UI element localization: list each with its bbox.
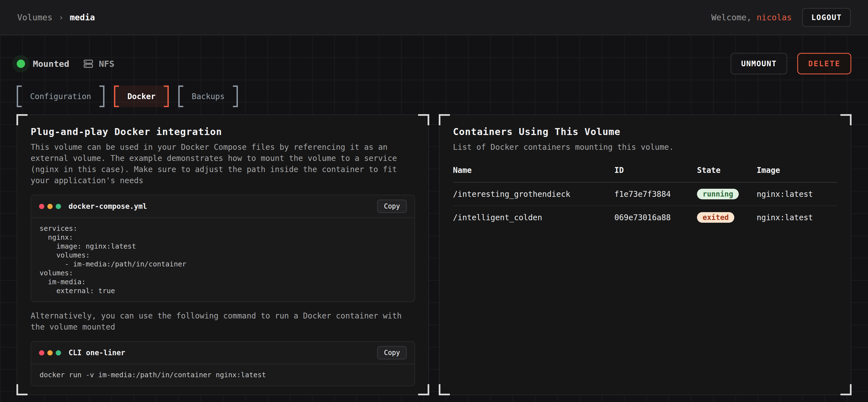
state-badge: exited [697, 212, 734, 223]
docker-integration-panel: Plug-and-play Docker integration This vo… [17, 114, 429, 395]
tab-configuration[interactable]: Configuration [17, 86, 104, 107]
top-bar-right: Welcome, nicolas LOGOUT [711, 8, 851, 27]
cli-copy-button[interactable]: Copy [377, 346, 407, 359]
cli-intro-text: Alternatively, you can use the following… [31, 310, 412, 333]
table-row: /intelligent_colden 069e73016a88 exited … [453, 206, 837, 229]
cli-code-body: docker run -v im-media:/path/in/containe… [31, 364, 414, 386]
mount-status-label: Mounted [33, 59, 69, 69]
top-bar: Volumes › media Welcome, nicolas LOGOUT [0, 0, 868, 35]
tab-label: Configuration [30, 92, 91, 101]
window-dot-green-icon [56, 350, 61, 356]
docker-panel-description: This volume can be used in your Docker C… [31, 142, 404, 186]
table-header-row: Name ID State Image [453, 166, 837, 182]
username: nicolas [756, 12, 792, 22]
corner-bracket-icon [840, 384, 851, 395]
tab-bar: Configuration Docker Backups [17, 86, 851, 107]
table-body: /interesting_grothendieck f1e73e7f3884 r… [453, 182, 837, 229]
tab-bracket-left-icon [114, 86, 119, 107]
tab-bracket-right-icon [99, 86, 104, 107]
compose-copy-button[interactable]: Copy [377, 200, 407, 213]
state-cell: running [697, 182, 756, 205]
window-dot-red-icon [39, 204, 44, 209]
corner-bracket-icon [418, 384, 429, 395]
window-dot-amber-icon [48, 204, 53, 209]
containers-panel-subtitle: List of Docker containers mounting this … [453, 142, 826, 153]
column-header-id: ID [615, 166, 697, 182]
container-name: /interesting_grothendieck [453, 183, 615, 205]
tab-bracket-left-icon [17, 86, 22, 107]
cli-code-block: CLI one-liner Copy docker run -v im-medi… [31, 341, 415, 386]
state-cell: exited [697, 206, 756, 229]
container-image: nginx:latest [756, 183, 837, 205]
main-content: Mounted NFS UNMOUNT DELETE Configuration… [0, 35, 868, 402]
containers-table: Name ID State Image /interesting_grothen… [453, 166, 837, 229]
unmount-button[interactable]: UNMOUNT [731, 53, 787, 74]
tab-label: Docker [127, 92, 155, 101]
container-id: f1e73e7f3884 [615, 183, 697, 205]
logout-button[interactable]: LOGOUT [802, 8, 851, 27]
corner-bracket-icon [17, 114, 28, 125]
containers-panel-title: Containers Using This Volume [453, 126, 837, 137]
window-dot-amber-icon [48, 350, 53, 356]
corner-bracket-icon [17, 384, 28, 395]
welcome-label: Welcome, [711, 12, 756, 22]
breadcrumb-volumes-link[interactable]: Volumes [17, 12, 52, 22]
tab-bracket-right-icon [164, 86, 169, 107]
corner-bracket-icon [439, 384, 450, 395]
tab-bracket-right-icon [233, 86, 238, 107]
cli-code: docker run -v im-media:/path/in/containe… [39, 371, 406, 379]
compose-code: services: nginx: image: nginx:latest vol… [39, 224, 406, 295]
mounted-status-dot-icon [17, 60, 25, 68]
table-row: /interesting_grothendieck f1e73e7f3884 r… [453, 182, 837, 206]
column-header-image: Image [756, 166, 837, 182]
column-header-name: Name [453, 166, 615, 182]
corner-bracket-icon [840, 114, 851, 125]
tab-docker[interactable]: Docker [114, 86, 169, 107]
docker-panel-title: Plug-and-play Docker integration [31, 126, 415, 137]
welcome-text: Welcome, nicolas [711, 12, 792, 22]
corner-bracket-icon [418, 114, 429, 125]
breadcrumb: Volumes › media [17, 12, 95, 22]
fs-type-label: NFS [99, 59, 115, 69]
state-badge: running [697, 189, 739, 199]
tab-label: Backups [192, 92, 224, 101]
tab-backups[interactable]: Backups [178, 86, 238, 107]
container-name: /intelligent_colden [453, 207, 615, 228]
cli-filename: CLI one-liner [68, 348, 125, 357]
tab-bracket-left-icon [178, 86, 183, 107]
panels-row: Plug-and-play Docker integration This vo… [17, 114, 851, 395]
window-dot-green-icon [56, 204, 61, 209]
status-actions: UNMOUNT DELETE [731, 53, 851, 74]
status-row: Mounted NFS UNMOUNT DELETE [17, 35, 851, 74]
compose-code-header: docker-compose.yml Copy [31, 195, 414, 218]
delete-button[interactable]: DELETE [797, 53, 851, 74]
compose-filename: docker-compose.yml [68, 202, 147, 210]
containers-panel: Containers Using This Volume List of Doc… [439, 114, 851, 395]
column-header-state: State [697, 166, 756, 182]
breadcrumb-chevron-icon: › [59, 12, 63, 22]
compose-code-block: docker-compose.yml Copy services: nginx:… [31, 195, 415, 302]
server-stack-icon [83, 58, 94, 69]
breadcrumb-current: media [70, 12, 95, 22]
cli-code-header: CLI one-liner Copy [31, 342, 414, 364]
window-dot-red-icon [39, 350, 44, 356]
compose-code-body: services: nginx: image: nginx:latest vol… [31, 218, 414, 302]
container-image: nginx:latest [756, 207, 837, 228]
corner-bracket-icon [439, 114, 450, 125]
container-id: 069e73016a88 [615, 207, 697, 228]
